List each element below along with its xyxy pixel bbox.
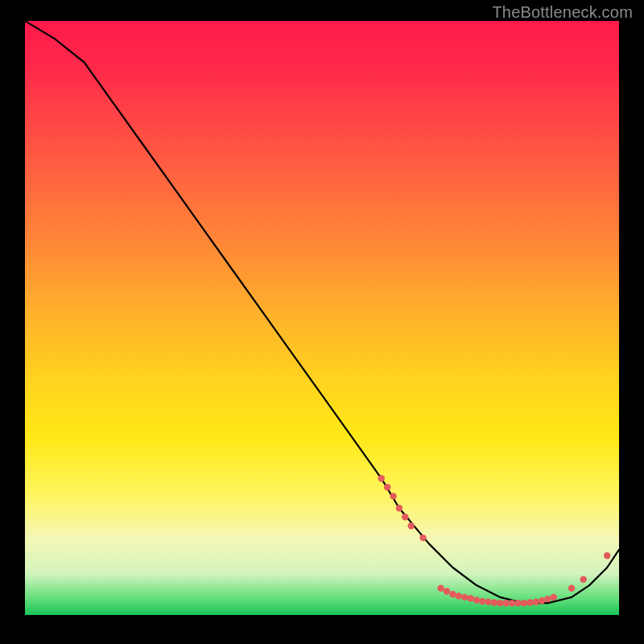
- data-marker: [449, 591, 456, 597]
- chart-frame: TheBottleneck.com: [0, 0, 644, 644]
- watermark-text: TheBottleneck.com: [492, 3, 633, 22]
- data-marker: [479, 598, 485, 605]
- bottleneck-curve-svg: [25, 21, 619, 615]
- data-marker: [544, 596, 551, 602]
- data-marker: [509, 600, 515, 606]
- data-marker: [384, 484, 390, 490]
- data-marker: [485, 599, 491, 605]
- data-marker: [497, 600, 503, 606]
- data-marker: [378, 475, 385, 481]
- data-marker: [521, 600, 527, 606]
- data-marker: [402, 514, 408, 520]
- data-marker: [491, 599, 497, 605]
- data-marker: [503, 600, 510, 606]
- data-marker: [461, 594, 468, 601]
- data-marker: [514, 600, 521, 606]
- data-marker: [526, 599, 533, 605]
- data-marker: [456, 592, 462, 599]
- marker-group: [378, 475, 611, 606]
- data-marker: [473, 597, 480, 603]
- data-marker: [568, 585, 575, 592]
- data-marker: [604, 552, 610, 559]
- bottleneck-curve-path: [25, 21, 619, 603]
- data-marker: [539, 597, 545, 604]
- data-marker: [444, 588, 450, 594]
- plot-area: [25, 21, 619, 615]
- data-marker: [408, 522, 415, 529]
- data-marker: [467, 595, 473, 601]
- data-marker: [396, 505, 402, 511]
- data-marker: [390, 493, 396, 499]
- data-marker: [551, 594, 557, 601]
- data-marker: [437, 585, 444, 592]
- data-marker: [419, 535, 426, 541]
- data-marker: [533, 599, 539, 605]
- data-marker: [580, 576, 587, 583]
